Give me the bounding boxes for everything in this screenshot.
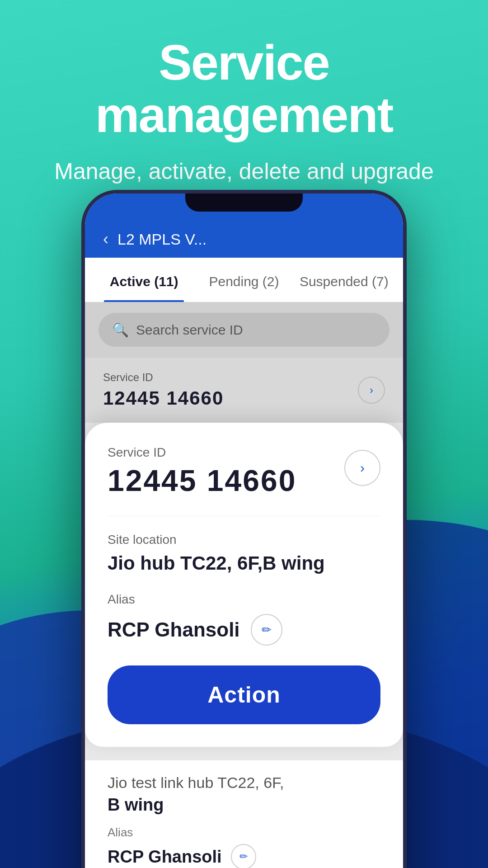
card-header-row: Service ID 12445 14660 ›	[108, 445, 380, 498]
edit-icon: ✏	[239, 851, 248, 863]
service-id-number: 12445 14660	[108, 463, 296, 498]
alias-edit-button[interactable]: ✏	[251, 614, 282, 646]
tab-suspended[interactable]: Suspended (7)	[294, 258, 394, 302]
chevron-right-icon: ›	[370, 384, 373, 396]
card-behind: Service ID 12445 14660 ›	[85, 358, 403, 423]
divider	[108, 516, 380, 516]
notch	[185, 193, 303, 212]
bottom-alias-label: Alias	[108, 826, 380, 840]
card-behind-label: Service ID	[103, 371, 224, 384]
back-button[interactable]: ‹	[103, 230, 108, 249]
card-bottom: Jio test link hub TC22, 6F, B wing Alias…	[85, 760, 403, 868]
edit-icon: ✏	[262, 623, 272, 637]
phone-header: ‹ L2 MPLS V...	[85, 221, 403, 258]
card-behind-chevron-button[interactable]: ›	[358, 377, 385, 404]
bottom-alias-value: RCP Ghansoli	[108, 847, 222, 867]
search-container: 🔍 Search service ID	[85, 302, 403, 358]
search-input[interactable]: Search service ID	[136, 322, 243, 338]
tabs-container: Active (11) Pending (2) Suspended (7)	[85, 258, 403, 302]
chevron-right-icon: ›	[360, 460, 365, 476]
alias-label: Alias	[108, 592, 380, 607]
search-bar[interactable]: 🔍 Search service ID	[99, 313, 389, 347]
main-card-chevron-button[interactable]: ›	[344, 450, 380, 486]
alias-value: RCP Ghansoli	[108, 618, 240, 641]
service-id-label: Service ID	[108, 445, 296, 460]
service-id-section: Service ID 12445 14660	[108, 445, 296, 498]
tab-pending[interactable]: Pending (2)	[194, 258, 294, 302]
site-location-label: Site location	[108, 533, 380, 547]
search-icon: 🔍	[112, 322, 129, 338]
hero-title: Service management	[27, 36, 461, 141]
alias-row: RCP Ghansoli ✏	[108, 614, 380, 646]
phone-header-title: L2 MPLS V...	[117, 231, 206, 248]
card-behind-id: 12445 14660	[103, 387, 224, 409]
bottom-alias-edit-button[interactable]: ✏	[231, 844, 256, 868]
bottom-location-line1: Jio test link hub TC22, 6F,	[108, 774, 380, 792]
bottom-alias-row: RCP Ghansoli ✏	[108, 844, 380, 868]
main-card: Service ID 12445 14660 › Site location J…	[85, 423, 403, 747]
tab-active[interactable]: Active (11)	[94, 258, 194, 302]
phone-screen: ‹ L2 MPLS V... Active (11) Pending (2) S…	[85, 193, 403, 868]
site-location-value: Jio hub TC22, 6F,B wing	[108, 552, 380, 574]
phone-mockup: ‹ L2 MPLS V... Active (11) Pending (2) S…	[81, 190, 407, 868]
phone-frame: ‹ L2 MPLS V... Active (11) Pending (2) S…	[81, 190, 407, 868]
bottom-location-line2: B wing	[108, 795, 380, 815]
action-button[interactable]: Action	[108, 665, 380, 724]
status-bar	[85, 193, 403, 221]
